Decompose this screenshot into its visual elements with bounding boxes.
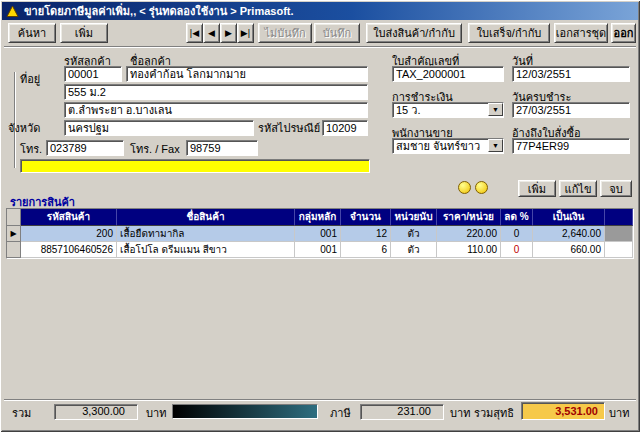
nav-prev-button[interactable]: ◀	[203, 23, 220, 43]
postal-code-label: รหัสไปรษณีย์	[258, 122, 320, 134]
product-grid: รหัสสินค้า ชื่อสินค้า กลุ่มหลัก จำนวน หน…	[6, 208, 634, 259]
finish-item-button[interactable]: จบ	[600, 180, 632, 197]
total-value: 3,300.00	[54, 404, 138, 420]
status-indicator-icon	[458, 181, 471, 194]
cell-unit-price[interactable]: 110.00	[437, 242, 501, 258]
address-line2-field[interactable]	[64, 102, 368, 118]
save-button: บันทึก	[314, 23, 360, 43]
total-label: รวม	[12, 407, 31, 419]
document-set-button[interactable]: เอกสารชุด	[554, 23, 608, 43]
net-total-value: 3,531.00	[521, 402, 605, 420]
customer-name-field[interactable]	[126, 66, 368, 82]
window-title: ขายโดยภาษีมูลค่าเพิ่ม,, < รุ่นทดลองใช้งา…	[24, 2, 294, 20]
doc-no-field[interactable]	[392, 66, 504, 82]
address-line1-field[interactable]	[64, 84, 368, 100]
nav-next-button[interactable]: ▶	[220, 23, 237, 43]
cell-amount[interactable]: 2,640.00	[533, 226, 605, 242]
date-field[interactable]	[512, 66, 630, 82]
cell-quantity[interactable]: 12	[341, 226, 391, 242]
add-button[interactable]: เพิ่ม	[60, 23, 108, 43]
nav-first-button[interactable]: |◀	[186, 23, 203, 43]
col-header-unit[interactable]: หน่วยนับ	[391, 209, 437, 226]
phone-field[interactable]	[46, 140, 124, 156]
table-row[interactable]: ▶ 200 เสื้อยืดทามากิล 001 12 ตัว 220.00 …	[7, 226, 633, 242]
add-item-button[interactable]: เพิ่ม	[518, 180, 556, 197]
province-label: จังหวัด	[8, 122, 40, 134]
grid-header-row: รหัสสินค้า ชื่อสินค้า กลุ่มหลัก จำนวน หน…	[7, 209, 633, 226]
address-label: ที่อยู่	[20, 73, 40, 85]
decorative-gradient-bar	[172, 404, 318, 419]
edit-item-button[interactable]: แก้ไข	[559, 180, 597, 197]
highlight-field[interactable]	[20, 159, 370, 173]
grid-header-gutter	[7, 209, 21, 226]
cell-product-code[interactable]: 200	[21, 226, 117, 242]
nav-last-button[interactable]: ▶|	[237, 23, 254, 43]
due-date-field[interactable]	[512, 102, 630, 118]
cell-extra	[605, 242, 633, 258]
cell-discount[interactable]: 0	[501, 226, 533, 242]
salesperson-dropdown-arrow-icon[interactable]: ▼	[488, 139, 503, 152]
fax-label: โทร. / Fax	[130, 143, 180, 155]
customer-code-field[interactable]	[64, 66, 122, 82]
payment-dropdown-arrow-icon[interactable]: ▼	[488, 103, 503, 116]
fax-field[interactable]	[186, 140, 258, 156]
cell-unit[interactable]: ตัว	[391, 242, 437, 258]
cell-group[interactable]: 001	[295, 226, 341, 242]
col-header-unit-price[interactable]: ราคา/หน่วย	[437, 209, 501, 226]
cell-extra	[605, 226, 633, 242]
tax-label: ภาษี	[330, 407, 351, 419]
province-field[interactable]	[64, 120, 254, 136]
cell-product-code[interactable]: 8857106460526	[21, 242, 117, 258]
col-header-group[interactable]: กลุ่มหลัก	[295, 209, 341, 226]
cell-unit[interactable]: ตัว	[391, 226, 437, 242]
status-indicator-icon	[475, 181, 488, 194]
col-header-amount[interactable]: เป็นเงิน	[533, 209, 605, 226]
tax-currency: บาท	[450, 407, 470, 419]
cell-product-name[interactable]: เสื้อโปโล ดรีมแมน สีขาว	[117, 242, 295, 258]
cell-amount[interactable]: 660.00	[533, 242, 605, 258]
cell-unit-price[interactable]: 220.00	[437, 226, 501, 242]
tax-value: 231.00	[360, 404, 444, 420]
cell-discount[interactable]: 0	[501, 242, 533, 258]
left-groove	[14, 72, 16, 168]
col-header-extra	[605, 209, 633, 226]
postal-code-field[interactable]	[322, 120, 368, 136]
table-row[interactable]: 8857106460526 เสื้อโปโล ดรีมแมน สีขาว 00…	[7, 242, 633, 258]
totals-separator	[4, 399, 636, 401]
cell-product-name[interactable]: เสื้อยืดทามากิล	[117, 226, 295, 242]
col-header-quantity[interactable]: จำนวน	[341, 209, 391, 226]
phone-label: โทร.	[20, 143, 42, 155]
find-button[interactable]: ค้นหา	[8, 23, 56, 43]
col-header-discount[interactable]: ลด %	[501, 209, 533, 226]
app-icon	[6, 5, 19, 18]
row-selector-marker: ▶	[7, 226, 21, 242]
toolbar-separator	[4, 46, 636, 48]
cell-quantity[interactable]: 6	[341, 242, 391, 258]
col-header-product-name[interactable]: ชื่อสินค้า	[117, 209, 295, 226]
row-selector-gutter	[7, 242, 21, 258]
app-window: ขายโดยภาษีมูลค่าเพิ่ม,, < รุ่นทดลองใช้งา…	[0, 0, 640, 432]
net-currency: บาท	[609, 407, 629, 419]
window-titlebar: ขายโดยภาษีมูลค่าเพิ่ม,, < รุ่นทดลองใช้งา…	[2, 2, 638, 20]
col-header-product-code[interactable]: รหัสสินค้า	[21, 209, 117, 226]
receipt-invoice-button[interactable]: ใบเสร็จ/กำกับ	[468, 23, 550, 43]
exit-button[interactable]: ออก	[611, 23, 636, 43]
total-currency: บาท	[146, 407, 166, 419]
delivery-invoice-button[interactable]: ใบส่งสินค้า/กำกับ	[366, 23, 462, 43]
po-reference-field[interactable]	[512, 138, 630, 154]
discard-button: ไม่บันทึก	[258, 23, 312, 43]
net-total-label: รวมสุทธิ	[474, 407, 514, 419]
cell-group[interactable]: 001	[295, 242, 341, 258]
